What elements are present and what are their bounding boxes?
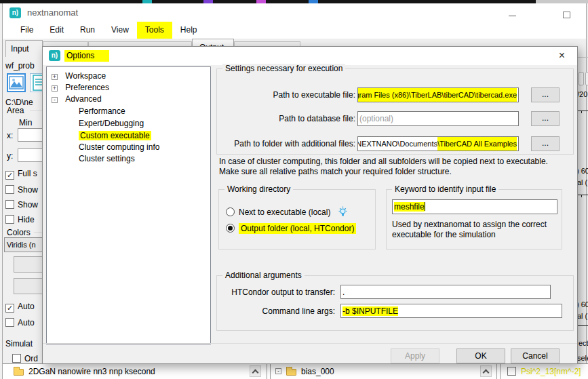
expand-plus-icon[interactable]: + [52, 85, 58, 92]
scroll-up-button[interactable] [480, 365, 492, 377]
dialog-title: Options [64, 50, 109, 62]
checkbox-full-size[interactable]: ✓Full s [5, 169, 37, 180]
color-button-1[interactable] [14, 256, 42, 273]
keyword-input[interactable]: meshfile [392, 199, 557, 214]
checkbox-icon [12, 354, 21, 363]
tree-item-advanced[interactable]: - Advanced [47, 94, 210, 106]
clipped-text-fragment: sele [577, 354, 588, 362]
radio-output-folder[interactable]: Output folder (local, HTCondor) [226, 224, 356, 233]
menubar: File Edit Run View Tools Help [3, 22, 586, 39]
y-label: y: [7, 151, 13, 161]
tree-item-custom-executable[interactable]: Custom executable [47, 131, 210, 142]
chevron-up-icon [483, 370, 490, 376]
browse-additional-files-button[interactable]: ... [531, 136, 560, 151]
menu-tools[interactable]: Tools [137, 22, 172, 39]
tree-item-preferences[interactable]: + Preferences [47, 83, 210, 94]
text-view-icon[interactable] [30, 73, 42, 92]
tree-item-workspace[interactable]: + Workspace [47, 71, 210, 83]
axis-tick [578, 195, 588, 195]
image-view-icon[interactable] [7, 73, 26, 92]
menu-help[interactable]: Help [172, 22, 205, 39]
palette-dropdown[interactable]: Viridis (n [4, 237, 42, 252]
checkbox-show-1[interactable]: Show [5, 185, 38, 195]
tree-item-cluster-settings[interactable]: Cluster settings [47, 154, 210, 165]
browse-executable-button[interactable]: ... [531, 87, 560, 102]
panel-divider [500, 364, 501, 379]
radio-selected-icon [226, 224, 235, 233]
checkbox-auto-2[interactable]: Auto [5, 318, 35, 327]
scroll-up-button[interactable] [250, 365, 261, 377]
menu-view[interactable]: View [103, 22, 137, 39]
window-border-right [586, 3, 587, 379]
close-icon[interactable]: × [547, 47, 577, 65]
file-tab-label[interactable]: wf_prob [5, 61, 35, 71]
checkbox-icon [5, 200, 14, 209]
checkbox-checked-icon: ✓ [5, 304, 14, 313]
panel-divider [270, 364, 271, 379]
database-path-input[interactable]: (optional) [357, 111, 519, 126]
radio-next-to-executable[interactable]: Next to executable (local) [226, 206, 349, 218]
clipped-toolbar-icon [585, 72, 588, 85]
keyword-description: Used by nextnanomat to assign the correc… [392, 220, 547, 240]
overlay-item-label[interactable]: Psi^2_13[nm^-2] [521, 367, 581, 376]
checkbox-order[interactable]: Ord [12, 354, 38, 363]
menu-edit[interactable]: Edit [41, 22, 72, 39]
keyword-group: Keyword to identify input file meshfile … [386, 189, 562, 250]
browse-database-button[interactable]: ... [531, 111, 560, 126]
checkbox-icon [5, 215, 14, 224]
keyword-group-title: Keyword to identify input file [392, 184, 498, 194]
simulation-folder-item[interactable]: 2DGaN nanowire nn3 nnp ksecond [28, 367, 155, 376]
tree-item-cluster-computing-info[interactable]: Cluster computing info [47, 142, 210, 154]
checkbox-checked-icon: ✓ [5, 171, 14, 180]
tree-item-expert-debugging[interactable]: Expert/Debugging [47, 119, 210, 130]
checkbox-show-2[interactable]: Show [5, 200, 38, 210]
clipped-text-fragment: ) 60 [576, 300, 588, 308]
menu-file[interactable]: File [12, 22, 41, 39]
axis-tick [581, 195, 582, 197]
cancel-button[interactable]: Cancel [511, 348, 560, 363]
clipped-text-fragment: ect [579, 339, 588, 347]
radio-unselected-icon [226, 207, 235, 216]
htcondor-output-input[interactable]: . [340, 285, 551, 299]
clipped-text-fragment: al ( [577, 178, 587, 186]
y-min-input[interactable] [18, 148, 42, 162]
apply-button[interactable]: Apply [391, 348, 439, 363]
app-title: nextnanomat [27, 7, 78, 18]
command-line-args-input[interactable]: -b $INPUTFILE [340, 304, 562, 318]
bottom-bar: 2DGaN nanowire nn3 nnp ksecond - bias_00… [3, 363, 588, 379]
text-caret [425, 202, 425, 211]
additional-arguments-group: Additional arguments HTCondor output to … [216, 275, 574, 331]
overlay-checkbox[interactable] [507, 367, 516, 376]
folder-icon [286, 369, 296, 376]
expand-plus-icon[interactable]: + [52, 74, 58, 80]
area-group-title: Area [7, 106, 24, 115]
panel-divider [496, 364, 497, 379]
tree-item-performance[interactable]: Performance [47, 106, 210, 118]
axis-tick [578, 325, 588, 326]
collapse-minus-icon[interactable]: - [52, 97, 58, 103]
clipped-toolbar-icon [579, 72, 584, 85]
ok-button[interactable]: OK [456, 348, 505, 363]
tree-collapse-icon[interactable]: - [275, 368, 281, 374]
colors-group-title: Colors [7, 228, 31, 237]
checkbox-hide[interactable]: Hide [5, 215, 35, 224]
maximize-icon[interactable] [563, 12, 570, 18]
x-label: x: [7, 131, 13, 140]
color-button-2[interactable] [14, 278, 42, 294]
settings-group-title: Settings necessary for execution [222, 64, 345, 73]
left-panel: wf_prob C:\D\ne Area Min x: y: ✓Full s [3, 57, 42, 363]
checkbox-auto-1[interactable]: ✓Auto [5, 302, 35, 313]
working-directory-title: Working directory [224, 184, 293, 194]
axis-tick [581, 111, 582, 113]
checkbox-icon [5, 318, 14, 327]
dialog-titlebar[interactable]: n) Options × [43, 47, 577, 65]
bias-folder-item[interactable]: bias_000 [301, 367, 334, 376]
minimize-icon[interactable] [509, 16, 516, 16]
menu-run[interactable]: Run [72, 22, 103, 39]
x-min-input[interactable] [18, 128, 42, 142]
working-directory-group: Working directory Next to executable (lo… [218, 189, 376, 250]
app-titlebar: n) nextnanomat [3, 3, 586, 22]
tab-input[interactable]: Input [5, 40, 43, 58]
additional-files-input[interactable]: NEXTNANO\Documents\TiberCAD All Examples [357, 136, 519, 151]
executable-path-input[interactable]: gram Files (x86)\TiberLAB\tiberCAD\tiber… [357, 87, 519, 102]
